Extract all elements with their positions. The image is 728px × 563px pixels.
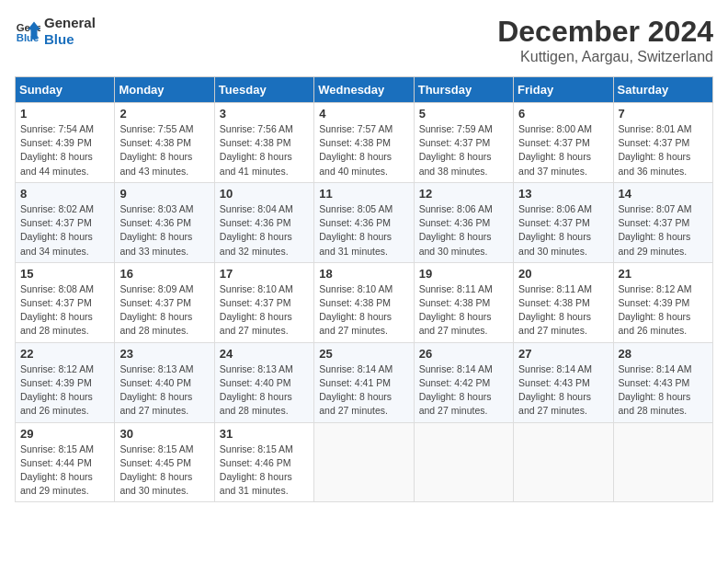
week-row-2: 8Sunrise: 8:02 AMSunset: 4:37 PMDaylight… xyxy=(16,182,713,262)
calendar-cell: 4Sunrise: 7:57 AMSunset: 4:38 PMDaylight… xyxy=(314,103,414,183)
day-info: Sunrise: 8:10 AMSunset: 4:38 PMDaylight:… xyxy=(319,282,408,339)
day-info: Sunrise: 8:04 AMSunset: 4:36 PMDaylight:… xyxy=(220,202,309,259)
day-number: 23 xyxy=(119,347,209,361)
calendar-cell: 5Sunrise: 7:59 AMSunset: 4:37 PMDaylight… xyxy=(414,103,513,183)
calendar-cell xyxy=(414,422,513,502)
day-number: 20 xyxy=(518,267,608,281)
header-cell-tuesday: Tuesday xyxy=(214,77,313,103)
calendar-cell: 23Sunrise: 8:13 AMSunset: 4:40 PMDayligh… xyxy=(115,342,214,422)
calendar-cell: 9Sunrise: 8:03 AMSunset: 4:36 PMDaylight… xyxy=(115,182,214,262)
calendar-header-row: SundayMondayTuesdayWednesdayThursdayFrid… xyxy=(16,77,713,103)
calendar-cell: 25Sunrise: 8:14 AMSunset: 4:41 PMDayligh… xyxy=(314,342,414,422)
day-info: Sunrise: 8:06 AMSunset: 4:37 PMDaylight:… xyxy=(518,202,608,259)
day-info: Sunrise: 8:06 AMSunset: 4:36 PMDaylight:… xyxy=(419,202,508,259)
calendar-cell: 1Sunrise: 7:54 AMSunset: 4:39 PMDaylight… xyxy=(16,103,115,183)
day-info: Sunrise: 8:15 AMSunset: 4:44 PMDaylight:… xyxy=(20,442,109,499)
day-number: 24 xyxy=(220,347,309,361)
calendar-cell: 8Sunrise: 8:02 AMSunset: 4:37 PMDaylight… xyxy=(16,182,115,262)
day-number: 12 xyxy=(419,187,508,201)
page-header: General Blue General Blue December 2024 … xyxy=(15,15,713,65)
day-info: Sunrise: 8:11 AMSunset: 4:38 PMDaylight:… xyxy=(419,282,508,339)
calendar-cell: 30Sunrise: 8:15 AMSunset: 4:45 PMDayligh… xyxy=(115,422,214,502)
day-info: Sunrise: 8:14 AMSunset: 4:42 PMDaylight:… xyxy=(419,362,508,419)
calendar-cell xyxy=(613,422,712,502)
day-number: 30 xyxy=(119,427,209,441)
logo-icon: General Blue xyxy=(15,18,40,44)
day-info: Sunrise: 8:11 AMSunset: 4:38 PMDaylight:… xyxy=(518,282,608,339)
day-number: 2 xyxy=(119,107,209,121)
calendar-cell: 26Sunrise: 8:14 AMSunset: 4:42 PMDayligh… xyxy=(414,342,513,422)
day-info: Sunrise: 7:59 AMSunset: 4:37 PMDaylight:… xyxy=(419,122,508,178)
calendar-cell: 15Sunrise: 8:08 AMSunset: 4:37 PMDayligh… xyxy=(16,262,115,342)
calendar-table: SundayMondayTuesdayWednesdayThursdayFrid… xyxy=(15,76,713,502)
day-number: 5 xyxy=(419,107,508,121)
day-info: Sunrise: 8:13 AMSunset: 4:40 PMDaylight:… xyxy=(220,362,309,419)
calendar-cell: 31Sunrise: 8:15 AMSunset: 4:46 PMDayligh… xyxy=(214,422,313,502)
day-number: 21 xyxy=(619,267,708,281)
day-number: 3 xyxy=(220,107,309,121)
logo: General Blue General Blue xyxy=(15,15,96,48)
day-number: 4 xyxy=(319,107,408,121)
day-info: Sunrise: 8:13 AMSunset: 4:40 PMDaylight:… xyxy=(119,362,209,419)
calendar-cell: 7Sunrise: 8:01 AMSunset: 4:37 PMDaylight… xyxy=(613,103,712,183)
week-row-5: 29Sunrise: 8:15 AMSunset: 4:44 PMDayligh… xyxy=(16,422,713,502)
day-info: Sunrise: 8:08 AMSunset: 4:37 PMDaylight:… xyxy=(20,282,109,339)
day-number: 8 xyxy=(20,187,109,201)
day-number: 31 xyxy=(220,427,309,441)
day-number: 18 xyxy=(319,267,408,281)
header-cell-thursday: Thursday xyxy=(414,77,513,103)
calendar-cell: 10Sunrise: 8:04 AMSunset: 4:36 PMDayligh… xyxy=(214,182,313,262)
day-info: Sunrise: 7:55 AMSunset: 4:38 PMDaylight:… xyxy=(119,122,209,178)
day-number: 27 xyxy=(518,347,608,361)
day-number: 9 xyxy=(119,187,209,201)
day-info: Sunrise: 8:03 AMSunset: 4:36 PMDaylight:… xyxy=(119,202,209,259)
day-number: 17 xyxy=(220,267,309,281)
day-number: 26 xyxy=(419,347,508,361)
day-number: 14 xyxy=(619,187,708,201)
day-number: 22 xyxy=(20,347,109,361)
calendar-cell: 14Sunrise: 8:07 AMSunset: 4:37 PMDayligh… xyxy=(613,182,712,262)
calendar-cell xyxy=(314,422,414,502)
header-cell-saturday: Saturday xyxy=(613,77,712,103)
day-info: Sunrise: 8:14 AMSunset: 4:41 PMDaylight:… xyxy=(319,362,408,419)
calendar-cell xyxy=(514,422,613,502)
calendar-cell: 12Sunrise: 8:06 AMSunset: 4:36 PMDayligh… xyxy=(414,182,513,262)
calendar-cell: 11Sunrise: 8:05 AMSunset: 4:36 PMDayligh… xyxy=(314,182,414,262)
day-info: Sunrise: 7:54 AMSunset: 4:39 PMDaylight:… xyxy=(20,122,109,178)
month-title: December 2024 xyxy=(497,15,713,49)
calendar-cell: 22Sunrise: 8:12 AMSunset: 4:39 PMDayligh… xyxy=(16,342,115,422)
day-info: Sunrise: 8:07 AMSunset: 4:37 PMDaylight:… xyxy=(619,202,708,259)
logo-general: General xyxy=(44,15,96,31)
header-cell-monday: Monday xyxy=(115,77,214,103)
day-number: 25 xyxy=(319,347,408,361)
calendar-cell: 6Sunrise: 8:00 AMSunset: 4:37 PMDaylight… xyxy=(514,103,613,183)
day-info: Sunrise: 8:10 AMSunset: 4:37 PMDaylight:… xyxy=(220,282,309,339)
day-number: 13 xyxy=(518,187,608,201)
calendar-cell: 16Sunrise: 8:09 AMSunset: 4:37 PMDayligh… xyxy=(115,262,214,342)
week-row-3: 15Sunrise: 8:08 AMSunset: 4:37 PMDayligh… xyxy=(16,262,713,342)
calendar-cell: 24Sunrise: 8:13 AMSunset: 4:40 PMDayligh… xyxy=(214,342,313,422)
day-info: Sunrise: 7:57 AMSunset: 4:38 PMDaylight:… xyxy=(319,122,408,178)
day-info: Sunrise: 8:15 AMSunset: 4:46 PMDaylight:… xyxy=(220,442,309,499)
day-number: 6 xyxy=(518,107,608,121)
week-row-1: 1Sunrise: 7:54 AMSunset: 4:39 PMDaylight… xyxy=(16,103,713,183)
day-info: Sunrise: 8:00 AMSunset: 4:37 PMDaylight:… xyxy=(518,122,608,178)
calendar-cell: 2Sunrise: 7:55 AMSunset: 4:38 PMDaylight… xyxy=(115,103,214,183)
week-row-4: 22Sunrise: 8:12 AMSunset: 4:39 PMDayligh… xyxy=(16,342,713,422)
header-cell-sunday: Sunday xyxy=(16,77,115,103)
location-title: Kuttigen, Aargau, Switzerland xyxy=(497,49,713,65)
header-cell-wednesday: Wednesday xyxy=(314,77,414,103)
day-number: 19 xyxy=(419,267,508,281)
calendar-cell: 3Sunrise: 7:56 AMSunset: 4:38 PMDaylight… xyxy=(214,103,313,183)
day-info: Sunrise: 7:56 AMSunset: 4:38 PMDaylight:… xyxy=(220,122,309,178)
day-info: Sunrise: 8:05 AMSunset: 4:36 PMDaylight:… xyxy=(319,202,408,259)
day-info: Sunrise: 8:12 AMSunset: 4:39 PMDaylight:… xyxy=(20,362,109,419)
calendar-cell: 27Sunrise: 8:14 AMSunset: 4:43 PMDayligh… xyxy=(514,342,613,422)
day-number: 10 xyxy=(220,187,309,201)
day-info: Sunrise: 8:01 AMSunset: 4:37 PMDaylight:… xyxy=(619,122,708,178)
header-cell-friday: Friday xyxy=(514,77,613,103)
title-area: December 2024 Kuttigen, Aargau, Switzerl… xyxy=(497,15,713,65)
logo-blue: Blue xyxy=(44,31,96,48)
calendar-cell: 20Sunrise: 8:11 AMSunset: 4:38 PMDayligh… xyxy=(514,262,613,342)
calendar-body: 1Sunrise: 7:54 AMSunset: 4:39 PMDaylight… xyxy=(16,103,713,502)
